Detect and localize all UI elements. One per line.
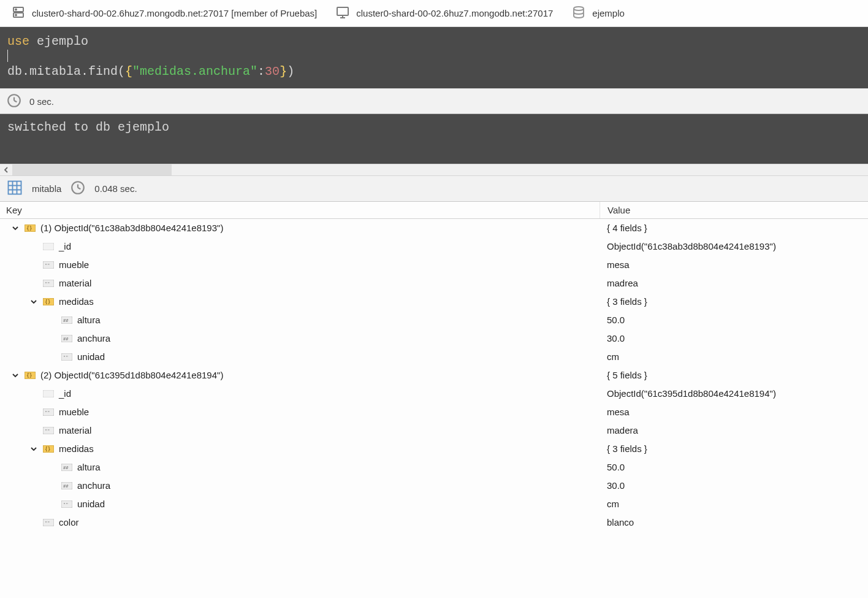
editor-number: 30 xyxy=(265,64,280,79)
str-type-icon: "" xyxy=(61,353,72,361)
tree-value-cell: ObjectId("61c38ab3d8b804e4241e8193") xyxy=(600,241,868,251)
str-type-icon: "" xyxy=(43,279,54,288)
tab-database[interactable]: ejemplo xyxy=(565,0,631,26)
obj-type-icon: {} xyxy=(43,297,54,306)
svg-rect-21 xyxy=(43,243,54,250)
tree-key-text: material xyxy=(59,278,91,288)
tree-row[interactable]: ""mueblemesa xyxy=(0,256,868,274)
tree-row[interactable]: ##anchura30.0 xyxy=(0,329,868,348)
tree-value-cell: { 3 fields } xyxy=(600,296,868,307)
svg-point-3 xyxy=(15,15,17,16)
tab-label: ejemplo xyxy=(592,8,625,18)
tree-key-text: color xyxy=(59,517,79,527)
tree-key-text: mueble xyxy=(59,407,89,417)
monitor-icon xyxy=(335,5,350,21)
scroll-left-button[interactable] xyxy=(0,164,12,175)
column-key[interactable]: Key xyxy=(0,205,600,215)
svg-text:"": "" xyxy=(45,263,50,268)
tree-row[interactable]: ##altura50.0 xyxy=(0,458,868,477)
tree-key-cell: {}medidas xyxy=(0,296,600,307)
tree-value-cell: cm xyxy=(600,351,868,362)
num-type-icon: ## xyxy=(61,334,72,343)
column-value[interactable]: Value xyxy=(600,202,868,218)
obj-type-icon: {} xyxy=(25,371,36,380)
tab-connection-1[interactable]: cluster0-shard-00-02.6huz7.mongodb.net:2… xyxy=(5,0,323,26)
chevron-down-icon[interactable] xyxy=(10,372,21,379)
svg-text:##: ## xyxy=(63,318,69,323)
tree-row[interactable]: {}medidas{ 3 fields } xyxy=(0,440,868,458)
tree-key-text: (1) ObjectId("61c38ab3d8b804e4241e8193") xyxy=(40,223,223,233)
svg-text:##: ## xyxy=(63,466,69,470)
svg-text:{}: {} xyxy=(26,373,32,378)
tree-row[interactable]: ""mueblemesa xyxy=(0,403,868,421)
tree-value-cell: 50.0 xyxy=(600,462,868,472)
svg-text:{}: {} xyxy=(45,447,51,452)
str-type-icon: "" xyxy=(43,261,54,269)
tree-value-cell: { 3 fields } xyxy=(600,443,868,454)
str-type-icon: "" xyxy=(43,518,54,527)
tree-key-cell: ""color xyxy=(0,517,600,527)
tree-row[interactable]: ""materialmadera xyxy=(0,421,868,440)
tree-key-cell: _id xyxy=(0,241,600,251)
svg-text:{}: {} xyxy=(26,226,32,231)
tree-row[interactable]: _idObjectId("61c38ab3d8b804e4241e8193") xyxy=(0,237,868,256)
svg-text:"": "" xyxy=(63,355,68,360)
columns-header: Key Value xyxy=(0,202,868,219)
blank-type-icon xyxy=(43,389,54,398)
tree-key-text: altura xyxy=(77,315,101,325)
chevron-down-icon[interactable] xyxy=(28,298,39,305)
svg-text:##: ## xyxy=(63,484,69,489)
tree-key-cell: ""mueble xyxy=(0,259,600,270)
editor-string: "medidas.anchura" xyxy=(132,64,257,79)
tree-row[interactable]: ##altura50.0 xyxy=(0,311,868,329)
tree-value-cell: cm xyxy=(600,499,868,509)
tree-key-text: anchura xyxy=(77,333,110,343)
editor-call: db.mitabla.find( xyxy=(7,64,125,79)
editor-colon: : xyxy=(257,64,265,79)
num-type-icon: ## xyxy=(61,316,72,324)
tree-row[interactable]: ""colorblanco xyxy=(0,513,868,532)
chevron-down-icon[interactable] xyxy=(10,224,21,232)
num-type-icon: ## xyxy=(61,481,72,490)
tree-value-cell: ObjectId("61c395d1d8b804e4241e8194") xyxy=(600,388,868,399)
tree-row[interactable]: {}(1) ObjectId("61c38ab3d8b804e4241e8193… xyxy=(0,219,868,237)
tree-key-text: material xyxy=(59,425,91,435)
output-console: switched to db ejemplo xyxy=(0,114,868,164)
tree-key-text: mueble xyxy=(59,259,89,270)
tree-key-cell: ""unidad xyxy=(0,351,600,362)
tab-connection-2[interactable]: cluster0-shard-00-02.6huz7.mongodb.net:2… xyxy=(329,0,559,26)
obj-type-icon: {} xyxy=(43,445,54,453)
tree-row[interactable]: ""unidadcm xyxy=(0,348,868,366)
str-type-icon: "" xyxy=(43,408,54,416)
tree-key-cell: _id xyxy=(0,388,600,399)
tree-value-cell: blanco xyxy=(600,517,868,527)
tree-row[interactable]: ""materialmadrea xyxy=(0,274,868,293)
horizontal-scrollbar[interactable] xyxy=(0,164,868,176)
query-editor[interactable]: use ejemplo db.mitabla.find({"medidas.an… xyxy=(0,27,868,88)
scroll-thumb[interactable] xyxy=(12,164,172,175)
tree-row[interactable]: ""unidadcm xyxy=(0,495,868,513)
tree-key-cell: ""material xyxy=(0,278,600,288)
svg-text:##: ## xyxy=(63,337,69,342)
svg-point-7 xyxy=(574,7,584,10)
num-type-icon: ## xyxy=(61,463,72,472)
tree-value-cell: { 5 fields } xyxy=(600,370,868,380)
tree-value-cell: 50.0 xyxy=(600,315,868,325)
tree-key-cell: ##anchura xyxy=(0,333,600,343)
tree-row[interactable]: ##anchura30.0 xyxy=(0,477,868,495)
tree-value-cell: 30.0 xyxy=(600,333,868,343)
database-icon xyxy=(571,5,586,21)
tree-row[interactable]: {}(2) ObjectId("61c395d1d8b804e4241e8194… xyxy=(0,366,868,385)
tree-key-text: (2) ObjectId("61c395d1d8b804e4241e8194") xyxy=(40,370,223,380)
tab-label: cluster0-shard-00-02.6huz7.mongodb.net:2… xyxy=(32,8,317,18)
editor-brace: } xyxy=(280,64,287,79)
tree-row[interactable]: {}medidas{ 3 fields } xyxy=(0,293,868,311)
tree-value-cell: mesa xyxy=(600,259,868,270)
result-collection: mitabla xyxy=(32,183,61,194)
tree-key-text: medidas xyxy=(59,443,94,454)
svg-text:"": "" xyxy=(45,521,50,526)
tree-row[interactable]: _idObjectId("61c395d1d8b804e4241e8194") xyxy=(0,385,868,403)
status-time: 0 sec. xyxy=(29,96,54,107)
svg-text:"": "" xyxy=(45,282,50,286)
chevron-down-icon[interactable] xyxy=(28,445,39,453)
